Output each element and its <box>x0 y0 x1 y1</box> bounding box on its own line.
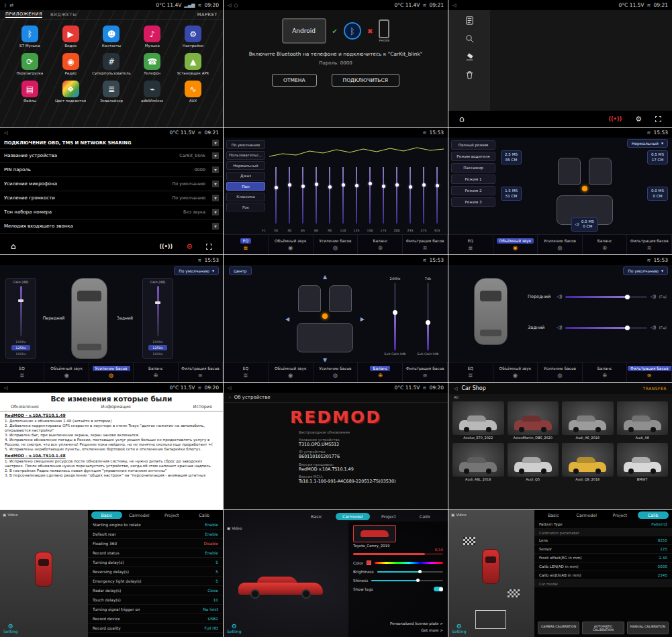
freq-option[interactable]: 160Hz <box>148 351 166 356</box>
default-dropdown[interactable]: По умолчанию▼ <box>174 266 219 275</box>
tab-basic[interactable]: Basic <box>538 511 569 519</box>
app-settings[interactable]: ⚙Настройки <box>173 26 213 48</box>
connect-button[interactable]: ПОДКЛЮЧИТЬСЯ <box>332 74 399 87</box>
preset-rock[interactable]: Рок <box>226 203 265 211</box>
preset-default[interactable]: По умолчанию <box>226 140 265 149</box>
shiness-slider[interactable] <box>371 580 443 581</box>
tab-balance[interactable]: Баланс⊕ <box>134 362 178 382</box>
car-card[interactable]: Audi_Q5 <box>508 443 559 481</box>
tab-eq[interactable]: EQ≣ <box>0 362 44 382</box>
hue-slider[interactable] <box>375 562 443 564</box>
tab-widgets[interactable]: ВИДЖЕТЫ <box>50 12 77 17</box>
setting-row[interactable]: Default rearEnable <box>88 530 223 539</box>
car-card[interactable]: Audi_A8 <box>617 401 669 440</box>
dropdown-icon[interactable]: ▼ <box>212 195 219 201</box>
sub-freq-slider[interactable]: 240Hz Sub Gain 0db <box>383 277 407 356</box>
get-more-link[interactable]: Get more > <box>390 628 443 634</box>
calib-row[interactable]: Calib width(AB in mm)2345 <box>534 571 672 580</box>
arrow-left-icon[interactable]: ◀ <box>285 315 289 322</box>
setting-row[interactable]: Мелодия входящего звонка▼ <box>0 219 223 234</box>
screenshot-icon[interactable] <box>655 116 661 122</box>
tab-bass[interactable]: Усиление басов◍ <box>89 362 134 382</box>
car-thumbnail[interactable] <box>353 525 396 542</box>
preset-jazz[interactable]: Джаз <box>226 172 265 181</box>
tab-filter[interactable]: Фильтрация басов≋ <box>627 362 672 382</box>
tab-surround[interactable]: Объёмный звук◉ <box>269 362 314 382</box>
setting-row[interactable]: Turning signal trigger onNo limit <box>88 605 223 614</box>
setting-button[interactable]: ⚙Setting <box>227 624 241 634</box>
tab-surround[interactable]: Объёмный звук◉ <box>44 362 89 382</box>
tab-bass[interactable]: Усиление басов◍ <box>538 235 583 254</box>
automatic-calibration-button[interactable]: AUTOMATIC CALIBRATION <box>582 622 624 634</box>
tab-updates[interactable]: Обновления <box>11 404 39 409</box>
tab-balance[interactable]: Баланс⊕ <box>358 235 403 254</box>
default-dropdown[interactable]: По умолчанию▼ <box>623 266 668 275</box>
back-icon[interactable]: ◁ <box>452 3 456 8</box>
setting-button[interactable]: ⚙Setting <box>452 624 466 634</box>
delay-rear-left[interactable]: 1.5 MS51 CM <box>501 187 522 201</box>
tab-filter[interactable]: Фильтрация басов≋ <box>403 235 448 254</box>
app-files[interactable]: ▤Файлы <box>9 81 50 103</box>
manual-calibration-button[interactable]: MANUAL CALIBRATION <box>627 622 669 634</box>
gear-icon[interactable]: ⚙ <box>186 242 193 251</box>
home-icon[interactable]: ⌂ <box>11 242 16 251</box>
sub-gain-slider[interactable]: 7db Sub Gain 0db <box>416 277 440 356</box>
setting-row[interactable]: Emergency light delay(s)5 <box>88 577 223 586</box>
tab-filter[interactable]: Фильтрация басов≋ <box>179 362 223 382</box>
home-icon[interactable]: ⌂ <box>459 114 465 124</box>
car-card[interactable]: Audi_A6_2018 <box>562 401 614 440</box>
pattern-type-row[interactable]: Pattern TypePattern2 <box>534 520 672 529</box>
mode-passenger[interactable]: Пассажир <box>451 163 495 173</box>
tab-basic[interactable]: Basic <box>299 513 334 520</box>
tab-project[interactable]: Project <box>156 511 187 519</box>
preset-pop[interactable]: Поп <box>226 182 265 191</box>
search-icon[interactable] <box>465 34 475 44</box>
mode-driver[interactable]: Режим водителя <box>451 152 495 161</box>
car-card[interactable]: BMW7 <box>617 443 669 481</box>
dropdown-icon[interactable]: ▼ <box>212 181 219 187</box>
dropdown-icon[interactable]: ▼ <box>212 152 219 159</box>
license-plate-link[interactable]: Personalized license plate > <box>390 621 443 628</box>
app-backlight-color[interactable]: ❖Цвет подсветки <box>50 81 91 103</box>
show-logo-row[interactable]: Show logo <box>353 585 443 593</box>
delay-rear-right[interactable]: 0.0 MS0 CM <box>647 187 668 201</box>
tab-apps[interactable]: ПРИЛОЖЕНИЯ <box>5 11 42 18</box>
setting-row[interactable]: Усиление громкостиПо умолчанию▼ <box>0 191 223 205</box>
tab-bass[interactable]: Усиление басов◍ <box>314 235 358 254</box>
setting-row[interactable]: Radar delay(s)Close <box>88 586 223 595</box>
app-contacts[interactable]: ☻Контакты <box>91 26 132 48</box>
center-chip[interactable]: Центр <box>229 266 252 275</box>
app-equalizer[interactable]: ≣Эквалайзер <box>91 81 132 103</box>
preset-normal[interactable]: Нормальный <box>226 161 265 170</box>
app-bt-music[interactable]: ᛒБТ Музыка <box>9 26 50 48</box>
freq-option[interactable]: 100Hz <box>148 339 166 344</box>
trash-icon[interactable] <box>465 70 475 80</box>
setting-row[interactable]: Record qualityFull HD <box>88 624 223 633</box>
app-aux[interactable]: ∿AUX <box>173 81 213 103</box>
delay-front-right[interactable]: 0.5 MS17 CM <box>647 150 668 164</box>
screenshot-icon[interactable] <box>206 244 212 250</box>
profile-dropdown[interactable]: Нормальный▼ <box>627 139 668 148</box>
setting-button[interactable]: ⚙Setting <box>3 624 17 634</box>
tab-bass[interactable]: Усиление басов◍ <box>538 362 583 382</box>
calib-row[interactable]: Lens8255 <box>534 536 672 545</box>
gear-icon[interactable]: ⚙ <box>635 115 642 124</box>
delay-subwoofer[interactable]: ◁)0.0 MS0 CM <box>571 217 598 232</box>
brightness-slider[interactable] <box>377 571 443 573</box>
setting-row[interactable]: Название устройстваCarKit_blink▼ <box>0 149 223 163</box>
shiness-row[interactable]: Shiness <box>353 576 443 585</box>
tab-calib[interactable]: Calib <box>189 511 220 519</box>
delay-front-left[interactable]: 2.5 MS85 CM <box>501 150 522 164</box>
calib-row[interactable]: Front offset(EG in mm)2.30 <box>534 554 672 562</box>
setting-row[interactable]: Тон набора номераБез звука▼ <box>0 205 223 219</box>
app-radio[interactable]: ◉Радио <box>50 53 91 75</box>
car-card[interactable]: AstonMartin_DBS_2020 <box>508 401 559 440</box>
app-reboot[interactable]: ⟳Перезагрузка <box>9 53 50 75</box>
tab-info[interactable]: Информация <box>101 404 131 409</box>
freq-option[interactable]: 160Hz <box>11 351 30 356</box>
tab-surround[interactable]: Объёмный звук◉ <box>269 235 314 254</box>
rear-filter-slider[interactable] <box>565 327 647 329</box>
collapse-icon[interactable]: ▼ <box>212 140 219 146</box>
cancel-button[interactable]: ОТМЕНА <box>272 74 316 87</box>
setting-row[interactable]: Record statusEnable <box>88 548 223 558</box>
